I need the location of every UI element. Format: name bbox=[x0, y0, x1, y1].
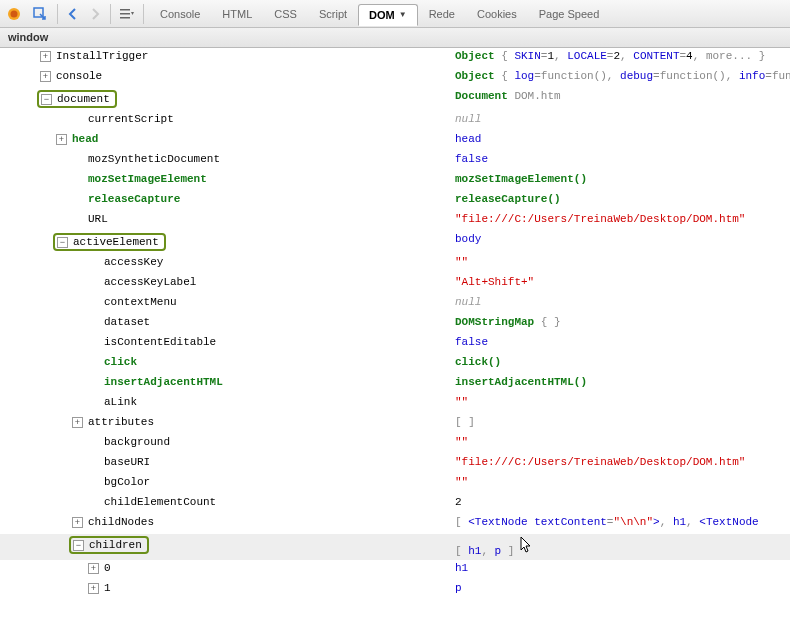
tab-html[interactable]: HTML bbox=[211, 3, 263, 25]
property-name: childElementCount bbox=[104, 496, 216, 508]
tab-dom[interactable]: DOM▼ bbox=[358, 4, 418, 26]
tree-row[interactable]: +attributes[ ] bbox=[0, 414, 790, 434]
property-value: "file:///C:/Users/TreinaWeb/Desktop/DOM.… bbox=[455, 456, 790, 468]
breadcrumb[interactable]: window bbox=[0, 28, 790, 48]
back-icon[interactable] bbox=[63, 3, 83, 25]
tree-row[interactable]: URL"file:///C:/Users/TreinaWeb/Desktop/D… bbox=[0, 211, 790, 231]
tab-console[interactable]: Console bbox=[149, 3, 211, 25]
property-name: isContentEditable bbox=[104, 336, 216, 348]
collapse-icon[interactable]: − bbox=[41, 94, 52, 105]
svg-point-1 bbox=[11, 10, 18, 17]
tree-row[interactable]: −children[ h1, p ] bbox=[0, 534, 790, 560]
tree-row[interactable]: contextMenunull bbox=[0, 294, 790, 314]
expand-icon[interactable]: + bbox=[72, 417, 83, 428]
property-value: [ <TextNode textContent="\n\n">, h1, <Te… bbox=[455, 516, 790, 528]
tree-row[interactable]: +headhead bbox=[0, 131, 790, 151]
property-name: background bbox=[104, 436, 170, 448]
property-name: head bbox=[72, 133, 98, 145]
dom-tree: +InstallTriggerObject { SKIN=1, LOCALE=2… bbox=[0, 48, 790, 625]
property-value: click() bbox=[455, 356, 790, 368]
property-name: click bbox=[104, 356, 137, 368]
expand-icon[interactable]: + bbox=[56, 134, 67, 145]
property-name: accessKeyLabel bbox=[104, 276, 196, 288]
tab-rede[interactable]: Rede bbox=[418, 3, 466, 25]
property-value: insertAdjacentHTML() bbox=[455, 376, 790, 388]
property-value: releaseCapture() bbox=[455, 193, 790, 205]
tree-row[interactable]: mozSetImageElementmozSetImageElement() bbox=[0, 171, 790, 191]
expand-icon[interactable]: + bbox=[88, 563, 99, 574]
property-name: childNodes bbox=[88, 516, 154, 528]
toolbar: ConsoleHTMLCSSScriptDOM▼RedeCookiesPage … bbox=[0, 0, 790, 28]
property-name: children bbox=[89, 539, 142, 551]
property-value: mozSetImageElement() bbox=[455, 173, 790, 185]
tree-row[interactable]: +InstallTriggerObject { SKIN=1, LOCALE=2… bbox=[0, 48, 790, 68]
tab-script[interactable]: Script bbox=[308, 3, 358, 25]
collapse-icon[interactable]: − bbox=[73, 540, 84, 551]
property-name: 1 bbox=[104, 582, 111, 594]
property-name: dataset bbox=[104, 316, 150, 328]
property-value: Object { SKIN=1, LOCALE=2, CONTENT=4, mo… bbox=[455, 50, 790, 62]
property-name: mozSetImageElement bbox=[88, 173, 207, 185]
property-name: contextMenu bbox=[104, 296, 177, 308]
property-name: InstallTrigger bbox=[56, 50, 148, 62]
expand-icon[interactable]: + bbox=[72, 517, 83, 528]
firebug-icon[interactable] bbox=[2, 3, 26, 25]
menu-icon[interactable] bbox=[116, 3, 138, 25]
tree-row[interactable]: −documentDocument DOM.htm bbox=[0, 88, 790, 111]
tree-row[interactable]: −activeElementbody bbox=[0, 231, 790, 254]
forward-icon[interactable] bbox=[85, 3, 105, 25]
tree-row[interactable]: baseURI"file:///C:/Users/TreinaWeb/Deskt… bbox=[0, 454, 790, 474]
property-value: p bbox=[455, 582, 790, 594]
expand-icon[interactable]: + bbox=[40, 71, 51, 82]
tree-row[interactable]: aLink"" bbox=[0, 394, 790, 414]
tab-page-speed[interactable]: Page Speed bbox=[528, 3, 611, 25]
tree-row[interactable]: +0h1 bbox=[0, 560, 790, 580]
tab-css[interactable]: CSS bbox=[263, 3, 308, 25]
inspect-icon[interactable] bbox=[28, 3, 52, 25]
tree-row[interactable]: bgColor"" bbox=[0, 474, 790, 494]
property-value: "" bbox=[455, 256, 790, 268]
property-value: 2 bbox=[455, 496, 790, 508]
property-value: false bbox=[455, 153, 790, 165]
property-name: baseURI bbox=[104, 456, 150, 468]
tree-row[interactable]: insertAdjacentHTMLinsertAdjacentHTML() bbox=[0, 374, 790, 394]
breadcrumb-text: window bbox=[8, 31, 48, 43]
property-value: Object { log=function(), debug=function(… bbox=[455, 70, 790, 82]
tree-row[interactable]: childElementCount2 bbox=[0, 494, 790, 514]
tree-row[interactable]: +consoleObject { log=function(), debug=f… bbox=[0, 68, 790, 88]
property-value: "" bbox=[455, 396, 790, 408]
separator bbox=[57, 4, 58, 24]
svg-rect-3 bbox=[120, 9, 130, 11]
tree-row[interactable]: +1p bbox=[0, 580, 790, 600]
tree-row[interactable]: +childNodes[ <TextNode textContent="\n\n… bbox=[0, 514, 790, 534]
tree-row[interactable]: datasetDOMStringMap { } bbox=[0, 314, 790, 334]
tree-row[interactable]: currentScriptnull bbox=[0, 111, 790, 131]
mouse-cursor-icon bbox=[520, 536, 534, 557]
property-name: attributes bbox=[88, 416, 154, 428]
property-value: [ ] bbox=[455, 416, 790, 428]
property-name: currentScript bbox=[88, 113, 174, 125]
tree-row[interactable]: isContentEditablefalse bbox=[0, 334, 790, 354]
tree-row[interactable]: mozSyntheticDocumentfalse bbox=[0, 151, 790, 171]
separator bbox=[110, 4, 111, 24]
expand-icon[interactable]: + bbox=[88, 583, 99, 594]
expand-icon[interactable]: + bbox=[40, 51, 51, 62]
svg-rect-5 bbox=[120, 17, 130, 19]
property-value: Document DOM.htm bbox=[455, 90, 790, 102]
property-name: aLink bbox=[104, 396, 137, 408]
tree-row[interactable]: accessKey"" bbox=[0, 254, 790, 274]
tree-row[interactable]: background"" bbox=[0, 434, 790, 454]
property-name: insertAdjacentHTML bbox=[104, 376, 223, 388]
tree-row[interactable]: clickclick() bbox=[0, 354, 790, 374]
property-name: console bbox=[56, 70, 102, 82]
tree-row[interactable]: accessKeyLabel"Alt+Shift+" bbox=[0, 274, 790, 294]
collapse-icon[interactable]: − bbox=[57, 237, 68, 248]
tab-cookies[interactable]: Cookies bbox=[466, 3, 528, 25]
property-name: URL bbox=[88, 213, 108, 225]
property-value: "Alt+Shift+" bbox=[455, 276, 790, 288]
property-value: [ h1, p ] bbox=[455, 536, 790, 557]
property-name: activeElement bbox=[73, 236, 159, 248]
tree-row[interactable]: releaseCapturereleaseCapture() bbox=[0, 191, 790, 211]
dropdown-icon[interactable]: ▼ bbox=[399, 10, 407, 19]
property-name: 0 bbox=[104, 562, 111, 574]
